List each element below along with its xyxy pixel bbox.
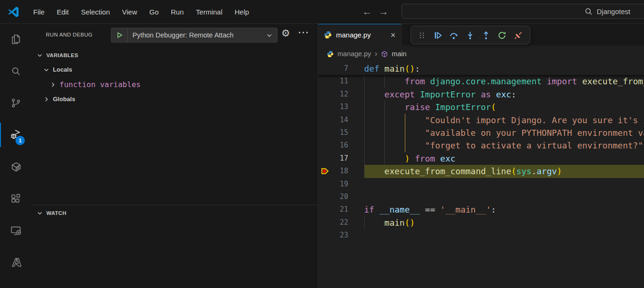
code-line-21: 21if __name__ == '__main__': xyxy=(318,203,644,216)
line-number-14[interactable]: 14 xyxy=(318,114,348,126)
line-number-22[interactable]: 22 xyxy=(318,216,348,229)
menu-bar: File Edit Selection View Go Run Terminal… xyxy=(27,5,255,19)
activity-containers[interactable] xyxy=(0,151,32,183)
more-actions-icon[interactable]: ⋯ xyxy=(298,27,309,38)
code-line-18: 18 execute_from_command_line(sys.argv) xyxy=(318,165,644,177)
step-over-button[interactable] xyxy=(449,31,458,40)
breadcrumb: manage.py › main xyxy=(318,45,644,62)
line-number-23[interactable]: 23 xyxy=(318,229,348,242)
variables-section-header[interactable]: VARIABLES xyxy=(32,48,318,62)
container-cube-icon xyxy=(10,161,22,173)
vscode-logo-icon xyxy=(7,6,20,18)
locals-tree-item[interactable]: Locals xyxy=(32,62,318,77)
line-number-12[interactable]: 12 xyxy=(318,88,348,101)
continue-button[interactable] xyxy=(433,31,442,40)
chevron-right-icon xyxy=(50,81,56,88)
menu-help[interactable]: Help xyxy=(228,5,255,19)
line-number-16[interactable]: 16 xyxy=(318,139,348,152)
code-line-16: 16 "forget to activate a virtual environ… xyxy=(318,139,644,152)
disconnect-button[interactable] xyxy=(514,31,523,40)
menu-terminal[interactable]: Terminal xyxy=(190,5,229,19)
activity-source-control[interactable] xyxy=(0,87,32,119)
run-and-debug-sidebar: RUN AND DEBUG Python Debugger: Remote At… xyxy=(32,23,318,288)
line-number-18[interactable]: 18 xyxy=(318,165,348,177)
code-text: "forget to activate a virtual environmen… xyxy=(364,139,643,152)
line-number-15[interactable]: 15 xyxy=(318,126,348,139)
breadcrumb-file[interactable]: manage.py xyxy=(337,50,371,58)
activity-explorer[interactable] xyxy=(0,23,32,55)
code-line-23: 23 xyxy=(318,229,644,242)
command-center-search[interactable]: Djangotest xyxy=(402,4,644,19)
globals-tree-item[interactable]: Globals xyxy=(32,92,318,106)
watch-section-header[interactable]: WATCH xyxy=(32,206,318,220)
close-icon[interactable]: × xyxy=(390,31,395,39)
python-file-icon xyxy=(324,31,332,39)
restart-button[interactable] xyxy=(498,31,506,40)
activity-search[interactable] xyxy=(0,55,32,87)
symbol-method-icon xyxy=(381,51,388,58)
code-line-15: 15 "available on your PYTHONPATH environ… xyxy=(318,126,644,139)
line-number-13[interactable]: 13 xyxy=(318,101,348,113)
variables-section-label: VARIABLES xyxy=(46,52,78,58)
debug-badge: 1 xyxy=(15,136,25,145)
activity-run-and-debug[interactable]: 1 xyxy=(0,119,32,151)
menu-view[interactable]: View xyxy=(116,5,143,19)
gear-icon[interactable]: ⚙ xyxy=(281,29,290,38)
line-number-21[interactable]: 21 xyxy=(318,203,348,216)
sidebar-title: RUN AND DEBUG xyxy=(46,32,93,37)
debug-toolbar xyxy=(410,26,530,44)
code-text: main() xyxy=(364,216,415,229)
gripper-icon[interactable] xyxy=(418,31,426,39)
tab-manage-py[interactable]: manage.py × xyxy=(318,23,402,45)
launch-config-dropdown[interactable]: Python Debugger: Remote Attach xyxy=(111,28,278,43)
function-variables-label: function variables xyxy=(59,80,140,89)
search-icon xyxy=(585,7,593,15)
activity-extensions[interactable] xyxy=(0,183,32,214)
search-icon xyxy=(10,65,22,77)
code-text: if __name__ == '__main__': xyxy=(364,203,496,216)
step-into-button[interactable] xyxy=(466,31,475,40)
files-icon xyxy=(10,33,22,45)
menu-run[interactable]: Run xyxy=(165,5,190,19)
launch-config-label: Python Debugger: Remote Attach xyxy=(128,31,266,39)
breadcrumb-symbol[interactable]: main xyxy=(392,50,406,58)
activity-remote-explorer[interactable] xyxy=(0,214,32,246)
menu-selection[interactable]: Selection xyxy=(75,5,116,19)
start-debug-button[interactable] xyxy=(111,28,128,42)
menu-go[interactable]: Go xyxy=(143,5,165,19)
chevron-down-icon xyxy=(37,210,43,216)
code-area: 11 from django.core.management import ex… xyxy=(318,62,644,288)
code-text: ) from exc xyxy=(364,152,455,165)
function-variables-tree-item[interactable]: function variables xyxy=(32,77,318,92)
section-divider xyxy=(32,205,318,205)
code-text: "Couldn't import Django. Are you sure it… xyxy=(364,114,644,126)
chevron-down-icon xyxy=(43,66,50,73)
code-line-17: 17 ) from exc xyxy=(318,152,644,165)
line-number-17[interactable]: 17 xyxy=(318,152,348,165)
activity-bar: 1 xyxy=(0,23,32,288)
tab-label: manage.py xyxy=(336,31,371,39)
editor-group: manage.py × manage.py › main 7def main()… xyxy=(318,23,644,288)
sticky-scroll-shadow xyxy=(318,75,644,78)
code-line-12: 12 except ImportError as exc: xyxy=(318,88,644,101)
step-out-button[interactable] xyxy=(482,31,490,40)
code-text: def main(): xyxy=(364,62,420,75)
tab-bar: manage.py × xyxy=(318,23,644,45)
locals-label: Locals xyxy=(53,66,72,73)
menu-file[interactable]: File xyxy=(27,5,51,19)
code-text: raise ImportError( xyxy=(364,101,496,113)
chevron-down-icon xyxy=(266,32,277,39)
globals-label: Globals xyxy=(53,96,75,103)
back-arrow-icon[interactable]: ← xyxy=(362,6,372,17)
menu-edit[interactable]: Edit xyxy=(51,5,75,19)
python-file-icon xyxy=(327,51,334,58)
activity-azure[interactable] xyxy=(0,246,32,278)
breadcrumb-separator: › xyxy=(375,50,377,58)
code-line-13: 13 raise ImportError( xyxy=(318,101,644,113)
sticky-scroll-line: 7def main(): xyxy=(318,62,644,75)
line-number-20[interactable]: 20 xyxy=(318,191,348,203)
line-number-7[interactable]: 7 xyxy=(318,62,348,75)
forward-arrow-icon[interactable]: → xyxy=(379,6,388,17)
line-number-19[interactable]: 19 xyxy=(318,178,348,191)
code-line-19: 19 xyxy=(318,178,644,191)
